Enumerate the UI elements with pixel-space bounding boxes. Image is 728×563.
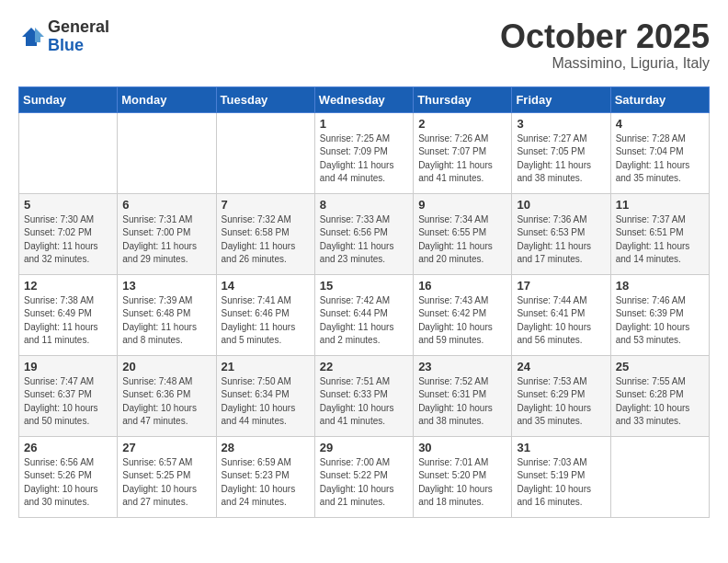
- day-number: 23: [418, 360, 506, 373]
- day-cell: 25Sunrise: 7:55 AM Sunset: 6:28 PM Dayli…: [610, 355, 709, 436]
- column-header-saturday: Saturday: [610, 86, 709, 112]
- day-number: 9: [418, 198, 506, 212]
- day-cell: 28Sunrise: 6:59 AM Sunset: 5:23 PM Dayli…: [216, 436, 314, 517]
- day-info: Sunrise: 7:51 AM Sunset: 6:33 PM Dayligh…: [320, 375, 408, 429]
- day-info: Sunrise: 7:34 AM Sunset: 6:55 PM Dayligh…: [418, 213, 506, 267]
- day-cell: 27Sunrise: 6:57 AM Sunset: 5:25 PM Dayli…: [118, 436, 216, 517]
- logo-general-text: General: [48, 18, 109, 37]
- day-info: Sunrise: 7:43 AM Sunset: 6:42 PM Dayligh…: [418, 294, 506, 348]
- day-info: Sunrise: 7:33 AM Sunset: 6:56 PM Dayligh…: [320, 213, 408, 267]
- day-info: Sunrise: 7:50 AM Sunset: 6:34 PM Dayligh…: [222, 375, 310, 429]
- day-cell: 19Sunrise: 7:47 AM Sunset: 6:37 PM Dayli…: [19, 355, 118, 436]
- day-number: 14: [222, 279, 310, 293]
- day-cell: 15Sunrise: 7:42 AM Sunset: 6:44 PM Dayli…: [314, 274, 413, 355]
- day-info: Sunrise: 7:01 AM Sunset: 5:20 PM Dayligh…: [418, 456, 506, 510]
- day-number: 29: [320, 441, 408, 454]
- day-number: 17: [517, 279, 605, 293]
- week-row-4: 19Sunrise: 7:47 AM Sunset: 6:37 PM Dayli…: [19, 355, 710, 436]
- day-cell: 22Sunrise: 7:51 AM Sunset: 6:33 PM Dayli…: [314, 355, 413, 436]
- day-cell: 18Sunrise: 7:46 AM Sunset: 6:39 PM Dayli…: [610, 274, 709, 355]
- day-info: Sunrise: 7:44 AM Sunset: 6:41 PM Dayligh…: [517, 294, 605, 348]
- day-cell: 21Sunrise: 7:50 AM Sunset: 6:34 PM Dayli…: [216, 355, 314, 436]
- day-cell: 24Sunrise: 7:53 AM Sunset: 6:29 PM Dayli…: [512, 355, 610, 436]
- day-number: 31: [517, 441, 605, 454]
- day-number: 13: [122, 279, 210, 293]
- day-number: 6: [122, 198, 210, 212]
- day-cell: 12Sunrise: 7:38 AM Sunset: 6:49 PM Dayli…: [19, 274, 118, 355]
- day-info: Sunrise: 7:41 AM Sunset: 6:46 PM Dayligh…: [222, 294, 310, 348]
- day-info: Sunrise: 6:59 AM Sunset: 5:23 PM Dayligh…: [222, 456, 310, 510]
- day-info: Sunrise: 7:42 AM Sunset: 6:44 PM Dayligh…: [320, 294, 408, 348]
- day-info: Sunrise: 7:30 AM Sunset: 7:02 PM Dayligh…: [24, 213, 112, 267]
- week-row-1: 1Sunrise: 7:25 AM Sunset: 7:09 PM Daylig…: [19, 112, 710, 193]
- day-cell: 1Sunrise: 7:25 AM Sunset: 7:09 PM Daylig…: [314, 112, 413, 193]
- day-cell: [118, 112, 216, 193]
- day-cell: 30Sunrise: 7:01 AM Sunset: 5:20 PM Dayli…: [414, 436, 512, 517]
- column-header-tuesday: Tuesday: [216, 86, 314, 112]
- day-number: 21: [222, 360, 310, 373]
- day-number: 8: [320, 198, 408, 212]
- month-title: October 2025: [500, 18, 710, 55]
- column-header-friday: Friday: [512, 86, 610, 112]
- day-cell: 20Sunrise: 7:48 AM Sunset: 6:36 PM Dayli…: [118, 355, 216, 436]
- page-header: General Blue October 2025 Massimino, Lig…: [18, 18, 710, 72]
- day-cell: 8Sunrise: 7:33 AM Sunset: 6:56 PM Daylig…: [314, 193, 413, 274]
- day-number: 22: [320, 360, 408, 373]
- day-cell: 29Sunrise: 7:00 AM Sunset: 5:22 PM Dayli…: [314, 436, 413, 517]
- column-header-monday: Monday: [118, 86, 216, 112]
- day-cell: 2Sunrise: 7:26 AM Sunset: 7:07 PM Daylig…: [414, 112, 512, 193]
- day-cell: 31Sunrise: 7:03 AM Sunset: 5:19 PM Dayli…: [512, 436, 610, 517]
- day-info: Sunrise: 7:53 AM Sunset: 6:29 PM Dayligh…: [517, 375, 605, 429]
- day-number: 25: [616, 360, 704, 373]
- day-number: 19: [24, 360, 112, 373]
- svg-marker-1: [35, 28, 44, 42]
- day-number: 27: [122, 441, 210, 454]
- calendar-table: SundayMondayTuesdayWednesdayThursdayFrid…: [18, 86, 710, 518]
- day-cell: 14Sunrise: 7:41 AM Sunset: 6:46 PM Dayli…: [216, 274, 314, 355]
- day-cell: 23Sunrise: 7:52 AM Sunset: 6:31 PM Dayli…: [414, 355, 512, 436]
- calendar-header-row: SundayMondayTuesdayWednesdayThursdayFrid…: [19, 86, 710, 112]
- day-number: 24: [517, 360, 605, 373]
- title-block: October 2025 Massimino, Liguria, Italy: [500, 18, 710, 72]
- day-number: 16: [418, 279, 506, 293]
- day-number: 1: [320, 117, 408, 131]
- day-cell: [610, 436, 709, 517]
- day-info: Sunrise: 7:32 AM Sunset: 6:58 PM Dayligh…: [222, 213, 310, 267]
- day-cell: 10Sunrise: 7:36 AM Sunset: 6:53 PM Dayli…: [512, 193, 610, 274]
- day-cell: 7Sunrise: 7:32 AM Sunset: 6:58 PM Daylig…: [216, 193, 314, 274]
- day-cell: 9Sunrise: 7:34 AM Sunset: 6:55 PM Daylig…: [414, 193, 512, 274]
- week-row-3: 12Sunrise: 7:38 AM Sunset: 6:49 PM Dayli…: [19, 274, 710, 355]
- day-info: Sunrise: 7:26 AM Sunset: 7:07 PM Dayligh…: [418, 132, 506, 186]
- day-number: 3: [517, 117, 605, 131]
- day-cell: 3Sunrise: 7:27 AM Sunset: 7:05 PM Daylig…: [512, 112, 610, 193]
- day-info: Sunrise: 6:57 AM Sunset: 5:25 PM Dayligh…: [122, 456, 210, 510]
- day-info: Sunrise: 7:31 AM Sunset: 7:00 PM Dayligh…: [122, 213, 210, 267]
- day-number: 4: [616, 117, 704, 131]
- day-info: Sunrise: 7:39 AM Sunset: 6:48 PM Dayligh…: [122, 294, 210, 348]
- day-number: 10: [517, 198, 605, 212]
- day-cell: [216, 112, 314, 193]
- column-header-sunday: Sunday: [19, 86, 118, 112]
- day-info: Sunrise: 7:52 AM Sunset: 6:31 PM Dayligh…: [418, 375, 506, 429]
- week-row-5: 26Sunrise: 6:56 AM Sunset: 5:26 PM Dayli…: [19, 436, 710, 517]
- day-number: 20: [122, 360, 210, 373]
- day-number: 30: [418, 441, 506, 454]
- day-info: Sunrise: 7:55 AM Sunset: 6:28 PM Dayligh…: [616, 375, 704, 429]
- logo: General Blue: [18, 18, 109, 55]
- day-cell: [19, 112, 118, 193]
- day-cell: 26Sunrise: 6:56 AM Sunset: 5:26 PM Dayli…: [19, 436, 118, 517]
- day-cell: 11Sunrise: 7:37 AM Sunset: 6:51 PM Dayli…: [610, 193, 709, 274]
- logo-blue-text: Blue: [48, 37, 109, 55]
- day-number: 12: [24, 279, 112, 293]
- day-number: 26: [24, 441, 112, 454]
- day-info: Sunrise: 7:48 AM Sunset: 6:36 PM Dayligh…: [122, 375, 210, 429]
- day-info: Sunrise: 7:03 AM Sunset: 5:19 PM Dayligh…: [517, 456, 605, 510]
- day-number: 11: [616, 198, 704, 212]
- week-row-2: 5Sunrise: 7:30 AM Sunset: 7:02 PM Daylig…: [19, 193, 710, 274]
- day-cell: 4Sunrise: 7:28 AM Sunset: 7:04 PM Daylig…: [610, 112, 709, 193]
- day-cell: 13Sunrise: 7:39 AM Sunset: 6:48 PM Dayli…: [118, 274, 216, 355]
- day-number: 5: [24, 198, 112, 212]
- day-info: Sunrise: 7:27 AM Sunset: 7:05 PM Dayligh…: [517, 132, 605, 186]
- day-info: Sunrise: 7:28 AM Sunset: 7:04 PM Dayligh…: [616, 132, 704, 186]
- day-number: 15: [320, 279, 408, 293]
